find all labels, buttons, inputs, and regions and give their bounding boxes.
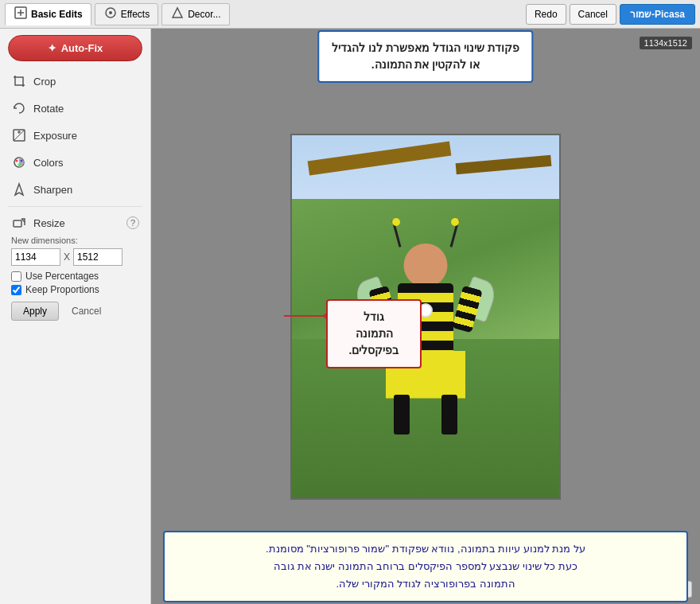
width-input[interactable] (11, 248, 60, 266)
auto-fix-label: Auto-Fix (61, 42, 103, 54)
sidebar-item-colors[interactable]: Colors (0, 149, 150, 176)
tooltip-resize-callout: גודל התמונה בפיקסלים. (326, 299, 422, 368)
sidebar-item-resize-label: Resize (27, 217, 126, 229)
resize-callout-line2: התמונה (339, 325, 409, 342)
apply-cancel-row: Apply Cancel (11, 302, 142, 321)
child-head (404, 244, 448, 287)
auto-fix-button[interactable]: ✦ Auto-Fix (8, 35, 142, 61)
svg-point-9 (18, 164, 21, 166)
redo-button[interactable]: Redo (526, 4, 566, 25)
svg-point-8 (21, 160, 23, 162)
keep-proportions-checkbox[interactable] (11, 285, 21, 295)
sidebar-divider (8, 206, 142, 207)
tooltip-top-line1: פקודת שינוי הגודל מאפשרת לנו להגדיל (332, 40, 519, 57)
child-leg-left (394, 395, 410, 434)
sidebar-item-colors-label: Colors (33, 157, 64, 169)
tooltip-bottom-line3: התמונה בפרופורציה לגודל המקורי שלה. (177, 575, 674, 593)
image-area: 1134x1512 🔍 Zoom 36% פקודת שינוי הגודל מ… (151, 29, 700, 604)
dimensions-row: X (11, 248, 142, 266)
basic-edits-icon (14, 6, 28, 22)
use-percentages-label: Use Percentages (25, 271, 99, 282)
sidebar-item-exposure-label: Exposure (33, 130, 77, 142)
new-dimensions-label: New dimensions: (11, 236, 142, 245)
resize-header-row: Resize ? (0, 210, 150, 232)
rotate-icon (11, 100, 27, 116)
content-area: ✦ Auto-Fix Crop (0, 29, 700, 604)
use-percentages-checkbox[interactable] (11, 271, 21, 282)
save-button[interactable]: שמור-Picasa (620, 4, 695, 25)
dimensions-x-separator: X (64, 251, 70, 263)
sidebar-item-exposure[interactable]: Exposure (0, 122, 150, 149)
effects-icon (103, 6, 118, 22)
height-input[interactable] (73, 248, 122, 266)
resize-callout-line1: גודל (339, 309, 409, 325)
resize-help-button[interactable]: ? (126, 216, 139, 229)
apply-button[interactable]: Apply (11, 302, 59, 321)
decor-icon (170, 6, 185, 22)
tooltip-top-line2: או להקטין את התמונה. (332, 57, 519, 73)
sidebar-item-crop[interactable]: Crop (0, 68, 150, 95)
resize-arrow (284, 315, 328, 317)
auto-fix-icon: ✦ (48, 42, 56, 54)
sidebar-item-sharpen-label: Sharpen (33, 184, 72, 196)
child-leg-right (441, 395, 457, 434)
resize-cancel-button[interactable]: Cancel (64, 302, 109, 321)
tab-effects-label: Effects (121, 9, 150, 20)
crop-icon (11, 73, 27, 89)
sidebar: ✦ Auto-Fix Crop (0, 29, 151, 604)
resize-icon (11, 215, 27, 231)
image-size-badge: 1134x1512 (640, 37, 692, 49)
tooltip-top: פקודת שינוי הגודל מאפשרת לנו להגדיל או ל… (317, 30, 533, 83)
keep-proportions-label: Keep Proportions (25, 284, 99, 295)
colors-icon (11, 154, 27, 170)
tab-basic-edits-label: Basic Edits (31, 9, 83, 20)
sidebar-item-rotate[interactable]: Rotate (0, 95, 150, 122)
exposure-icon (11, 127, 27, 143)
resize-callout-line3: בפיקסלים. (339, 342, 409, 359)
antenna-ball-left (392, 218, 400, 226)
keep-proportions-row: Keep Proportions (11, 284, 142, 295)
use-percentages-row: Use Percentages (11, 271, 142, 282)
svg-point-4 (109, 11, 112, 14)
sidebar-item-crop-label: Crop (33, 76, 56, 88)
resize-section: New dimensions: X Use Percentages Keep P… (0, 232, 150, 327)
sharpen-icon (11, 181, 27, 197)
antenna-ball-right (451, 218, 459, 226)
cancel-button[interactable]: Cancel (570, 4, 616, 25)
sidebar-item-sharpen[interactable]: Sharpen (0, 176, 150, 203)
tab-effects[interactable]: Effects (95, 3, 158, 25)
tooltip-bottom-line1: על מנת למנוע עיוות בתמונה, נוודא שפקודת … (177, 540, 674, 558)
tooltip-bottom-line2: כעת כל שינוי שנבצע למספר הפיקסלים ברוחב … (177, 558, 674, 575)
tab-basic-edits[interactable]: Basic Edits (5, 3, 91, 25)
main-container: Basic Edits Effects Decor... Redo Cancel… (0, 0, 700, 604)
toolbar: Basic Edits Effects Decor... Redo Cancel… (0, 0, 700, 29)
svg-point-7 (16, 160, 18, 162)
tab-decor-label: Decor... (188, 9, 220, 20)
tab-decor[interactable]: Decor... (161, 3, 229, 25)
tooltip-bottom: על מנת למנוע עיוות בתמונה, נוודא שפקודת … (163, 531, 688, 602)
svg-rect-10 (14, 220, 21, 227)
sidebar-item-rotate-label: Rotate (33, 103, 64, 115)
